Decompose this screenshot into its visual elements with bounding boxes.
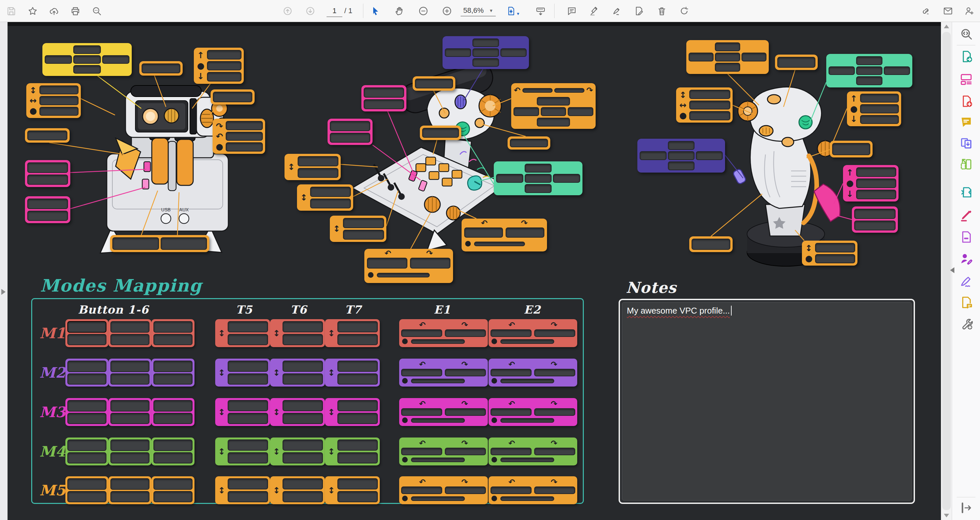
form-field-cell[interactable] [40, 107, 78, 116]
form-field-cell[interactable] [500, 339, 554, 344]
zoom-level-dropdown[interactable]: 58,6% ▼ [461, 5, 496, 16]
form-field-cell[interactable] [310, 199, 351, 209]
form-field-cell[interactable] [554, 88, 584, 93]
request-signatures-tool-button[interactable] [958, 250, 975, 267]
form-field-cell[interactable] [445, 448, 486, 455]
form-field-cell[interactable] [153, 360, 192, 372]
form-field-cell[interactable] [110, 452, 150, 464]
form-field-cell[interactable] [283, 360, 323, 372]
form-field-cell[interactable] [411, 379, 465, 383]
form-field-cell[interactable] [226, 132, 263, 141]
form-field-cell[interactable] [67, 400, 107, 412]
form-field-cell[interactable] [153, 400, 192, 412]
form-field-cell[interactable] [411, 496, 465, 501]
combine-files-tool-button[interactable] [958, 135, 975, 152]
form-field-cell[interactable] [884, 66, 910, 75]
form-field-cell[interactable] [411, 339, 465, 344]
form-field-cell[interactable] [67, 478, 107, 490]
form-field-cell[interactable] [40, 96, 78, 105]
form-field-cell[interactable] [228, 360, 268, 372]
form-field-cell[interactable] [534, 329, 575, 337]
form-field-cell[interactable] [112, 237, 159, 250]
form-field-cell[interactable] [856, 190, 896, 199]
form-field-cell[interactable] [228, 478, 268, 490]
form-field-cell[interactable] [856, 56, 883, 65]
form-field-cell[interactable] [283, 413, 323, 424]
toolbar-collapse-button[interactable] [533, 4, 548, 18]
fit-width-button[interactable]: ▼ [504, 4, 518, 18]
form-field-cell[interactable] [522, 88, 553, 93]
form-field-cell[interactable] [815, 243, 855, 252]
form-field-cell[interactable] [445, 369, 486, 376]
form-field-cell[interactable] [364, 88, 404, 97]
form-field-cell[interactable] [67, 321, 107, 333]
collapse-tools-panel-button[interactable] [950, 267, 955, 273]
form-field-cell[interactable] [445, 408, 486, 416]
form-field-cell[interactable] [110, 373, 150, 385]
form-field-cell[interactable] [207, 61, 242, 71]
form-field-cell[interactable] [415, 78, 453, 88]
save-button[interactable] [4, 4, 18, 18]
form-field-cell[interactable] [40, 86, 78, 94]
form-field-cell[interactable] [401, 448, 442, 455]
form-field-cell[interactable] [67, 491, 107, 502]
form-field-cell[interactable] [541, 107, 566, 116]
form-field-cell[interactable] [401, 369, 442, 376]
trash-button[interactable] [654, 4, 669, 18]
form-field-cell[interactable] [337, 373, 378, 384]
form-field-cell[interactable] [153, 373, 192, 385]
page-up-button[interactable] [280, 4, 295, 18]
form-field-cell[interactable] [73, 65, 100, 73]
form-field-cell[interactable] [510, 139, 548, 147]
form-field-cell[interactable] [856, 179, 896, 188]
form-field-cell[interactable] [67, 334, 107, 346]
form-field-cell[interactable] [110, 439, 150, 451]
email-button[interactable] [940, 4, 955, 18]
form-field-cell[interactable] [67, 452, 107, 464]
form-field-cell[interactable] [330, 133, 370, 143]
zoom-out-button[interactable] [416, 4, 430, 18]
form-field-cell[interactable] [568, 107, 593, 116]
form-field-cell[interactable] [337, 321, 378, 332]
expand-left-panel-button[interactable] [1, 289, 6, 295]
form-field-cell[interactable] [854, 209, 896, 219]
form-field-cell[interactable] [153, 452, 192, 464]
hand-button[interactable] [392, 4, 406, 18]
form-field-cell[interactable] [506, 228, 544, 238]
form-field-cell[interactable] [337, 439, 378, 451]
form-field-cell[interactable] [668, 161, 695, 170]
search-button[interactable] [89, 4, 104, 18]
share-button[interactable] [47, 4, 61, 18]
form-field-cell[interactable] [715, 53, 740, 61]
form-field-cell[interactable] [473, 58, 499, 67]
open-tools-pane-button[interactable] [958, 499, 975, 517]
form-field-cell[interactable] [228, 400, 268, 411]
form-field-cell[interactable] [67, 439, 107, 451]
form-field-cell[interactable] [207, 72, 242, 81]
scroll-down-arrow[interactable] [944, 514, 949, 517]
form-field-cell[interactable] [500, 418, 554, 423]
form-field-cell[interactable] [226, 121, 263, 130]
form-field-cell[interactable] [490, 408, 531, 416]
form-field-cell[interactable] [815, 254, 855, 263]
form-field-cell[interactable] [161, 237, 207, 250]
form-field-cell[interactable] [715, 63, 740, 72]
form-field-cell[interactable] [377, 273, 430, 278]
form-field-cell[interactable] [337, 491, 378, 502]
form-field-cell[interactable] [27, 199, 68, 209]
form-field-cell[interactable] [473, 38, 499, 47]
form-field-cell[interactable] [411, 418, 465, 423]
form-field-cell[interactable] [27, 211, 68, 221]
form-field-cell[interactable] [283, 491, 323, 502]
comment-tool-button[interactable] [958, 114, 975, 131]
form-field-cell[interactable] [228, 413, 268, 424]
form-field-cell[interactable] [110, 360, 150, 372]
form-field-cell[interactable] [337, 334, 378, 345]
form-field-cell[interactable] [110, 334, 150, 346]
form-field-cell[interactable] [298, 168, 338, 178]
sign-pen-button[interactable] [609, 4, 624, 18]
form-field-cell[interactable] [283, 373, 323, 384]
form-field-cell[interactable] [228, 491, 268, 502]
form-field-cell[interactable] [525, 184, 552, 193]
form-field-cell[interactable] [213, 92, 252, 102]
